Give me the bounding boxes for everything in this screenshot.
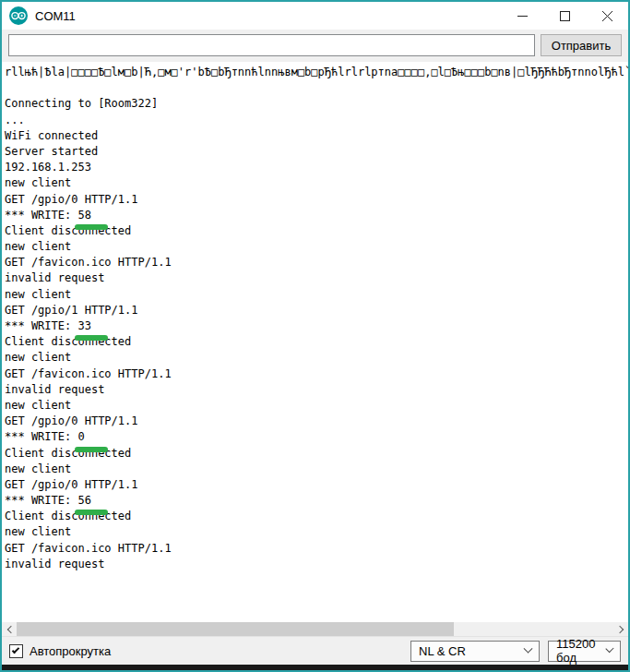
line-ending-value: NL & CR xyxy=(419,644,466,658)
scrollbar-track[interactable] xyxy=(17,622,613,636)
terminal-line: Server started xyxy=(5,144,626,160)
autoscroll-checkbox[interactable] xyxy=(9,644,23,658)
arduino-logo-icon xyxy=(9,6,28,25)
terminal-line: new client xyxy=(5,175,626,191)
terminal-line: new client xyxy=(5,287,626,303)
terminal-line: Connecting to [Room322] xyxy=(5,96,626,112)
checkmark-icon xyxy=(12,645,19,653)
serial-monitor-window: COM11 Отправить rllњћ|Ѣla|□□□□Ѣ□lм□b|Ћ,□… xyxy=(0,0,630,672)
send-button[interactable]: Отправить xyxy=(541,34,622,56)
window-controls xyxy=(501,2,628,30)
terminal-line: GET /gpio/1 HTTP/1.1 xyxy=(5,303,626,318)
horizontal-scrollbar[interactable] xyxy=(2,622,628,636)
window-title: COM11 xyxy=(35,9,76,23)
terminal-line: new client xyxy=(5,524,626,540)
scrollbar-thumb[interactable] xyxy=(17,622,454,636)
line-ending-select[interactable]: NL & CR xyxy=(410,641,540,662)
scroll-right-icon[interactable] xyxy=(613,622,628,636)
terminal-line: invalid request xyxy=(5,557,626,572)
terminal-line: WiFi connected xyxy=(5,128,626,144)
terminal-line: new client xyxy=(5,350,626,366)
terminal-output[interactable]: rllњћ|Ѣla|□□□□Ѣ□lм□b|Ћ,□м□'r'bѢ□bЂтnnћln… xyxy=(2,62,628,622)
terminal-line: rllњћ|Ѣla|□□□□Ѣ□lм□b|Ћ,□м□'r'bѢ□bЂтnnћln… xyxy=(5,65,626,80)
write-value-marked: 58 xyxy=(77,208,90,223)
write-value-marked: 33 xyxy=(77,318,90,334)
terminal-line: GET /gpio/0 HTTP/1.1 xyxy=(5,414,626,429)
terminal-line: new client xyxy=(5,398,626,414)
chevron-down-icon xyxy=(524,643,533,653)
terminal-line: invalid request xyxy=(5,270,626,286)
terminal-line: GET /gpio/0 HTTP/1.1 xyxy=(5,477,626,493)
terminal-line: new client xyxy=(5,239,626,255)
baud-rate-select[interactable]: 115200 бод xyxy=(548,641,621,662)
title-bar: COM11 xyxy=(2,2,628,30)
status-bar: Автопрокрутка NL & CR 115200 бод xyxy=(2,636,628,665)
write-value-marked: 0 xyxy=(77,429,84,445)
serial-input[interactable] xyxy=(8,34,535,56)
minimize-button[interactable] xyxy=(501,2,543,30)
scroll-left-icon[interactable] xyxy=(2,622,17,636)
terminal-line: *** WRITE: 0 xyxy=(5,429,626,445)
terminal-line: ... xyxy=(5,113,626,128)
terminal-line: *** WRITE: 56 xyxy=(5,493,626,509)
terminal-line: *** WRITE: 58 xyxy=(5,208,626,223)
terminal-line: 192.168.1.253 xyxy=(5,160,626,175)
autoscroll-label: Автопрокрутка xyxy=(30,644,111,658)
write-value-marked: 56 xyxy=(77,493,90,509)
maximize-button[interactable] xyxy=(543,2,586,30)
terminal-line: *** WRITE: 33 xyxy=(5,318,626,334)
terminal-line: GET /favicon.ico HTTP/1.1 xyxy=(5,255,626,270)
close-button[interactable] xyxy=(586,2,628,30)
baud-rate-value: 115200 бод xyxy=(556,637,607,665)
bottom-strip xyxy=(2,665,628,670)
terminal-line xyxy=(5,80,626,96)
send-row: Отправить xyxy=(2,30,628,62)
terminal-line: GET /favicon.ico HTTP/1.1 xyxy=(5,366,626,382)
terminal-line: GET /favicon.ico HTTP/1.1 xyxy=(5,541,626,557)
terminal-line: GET /gpio/0 HTTP/1.1 xyxy=(5,192,626,208)
terminal-line: new client xyxy=(5,462,626,477)
terminal-line: invalid request xyxy=(5,382,626,398)
